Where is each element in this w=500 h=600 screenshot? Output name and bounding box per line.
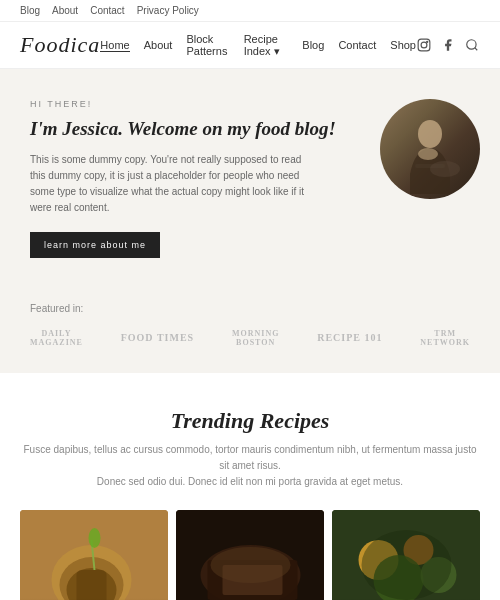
facebook-icon[interactable] — [440, 37, 456, 53]
trending-subtitle: Fusce dapibus, tellus ac cursus commodo,… — [20, 442, 480, 490]
featured-logo-foodtimes: FOOD TIMES — [121, 332, 194, 344]
main-nav: Foodica Home About Block Patterns Recipe… — [0, 22, 500, 69]
topbar-about-link[interactable]: About — [52, 5, 78, 16]
featured-logo-daily: DAILYMAGAZINE — [30, 329, 83, 348]
nav-recipe-index[interactable]: Recipe Index ▾ — [244, 33, 289, 58]
featured-logos: DAILYMAGAZINE FOOD TIMES MORNINGBOSTON R… — [30, 329, 470, 348]
topbar-privacy-link[interactable]: Privacy Policy — [137, 5, 199, 16]
nav-contact[interactable]: Contact — [338, 39, 376, 51]
hero-section: HI THERE! I'm Jessica. Welcome on my foo… — [0, 69, 500, 288]
hero-body: This is some dummy copy. You're not real… — [30, 152, 310, 216]
nav-block-patterns[interactable]: Block Patterns — [186, 33, 229, 57]
search-icon[interactable] — [464, 37, 480, 53]
svg-rect-21 — [223, 565, 283, 595]
nav-icons — [416, 37, 480, 53]
card-bg-3 — [332, 510, 480, 600]
learn-more-button[interactable]: Learn more about me — [30, 232, 160, 258]
svg-rect-13 — [77, 570, 107, 600]
recipe-card-1[interactable]: Cocktails Rosemary & Honey Whiskey Cockt… — [20, 510, 168, 600]
hero-heading: I'm Jessica. Welcome on my food blog! — [30, 117, 360, 142]
nav-links: Home About Block Patterns Recipe Index ▾… — [100, 33, 416, 58]
nav-home[interactable]: Home — [100, 39, 129, 52]
svg-point-15 — [89, 528, 101, 548]
card-bg-2 — [176, 510, 324, 600]
featured-logo-morning: MORNINGBOSTON — [232, 329, 279, 348]
instagram-icon[interactable] — [416, 37, 432, 53]
svg-point-28 — [362, 530, 452, 600]
svg-point-8 — [430, 161, 460, 177]
hero-avatar — [380, 99, 480, 199]
nav-shop[interactable]: Shop — [390, 39, 416, 51]
nav-about[interactable]: About — [144, 39, 173, 51]
site-logo[interactable]: Foodica — [20, 32, 100, 58]
svg-point-2 — [427, 41, 428, 42]
featured-label: Featured in: — [30, 303, 470, 314]
hero-avatar-image — [380, 99, 480, 199]
topbar-blog-link[interactable]: Blog — [20, 5, 40, 16]
svg-rect-0 — [418, 39, 430, 51]
card-bg-1 — [20, 510, 168, 600]
svg-point-3 — [467, 40, 476, 49]
hero-greeting: HI THERE! — [30, 99, 360, 109]
svg-line-4 — [475, 48, 478, 51]
featured-section: Featured in: DAILYMAGAZINE FOOD TIMES MO… — [0, 288, 500, 373]
nav-blog[interactable]: Blog — [302, 39, 324, 51]
recipe-card-3[interactable]: Salads Mediterranean Chickpea Salad Marc… — [332, 510, 480, 600]
trending-title: Trending Recipes — [20, 408, 480, 434]
hero-text: HI THERE! I'm Jessica. Welcome on my foo… — [30, 99, 360, 258]
svg-point-1 — [421, 42, 427, 48]
svg-point-6 — [418, 148, 438, 160]
featured-logo-trm: TRMNETWORK — [420, 329, 470, 348]
svg-point-5 — [418, 120, 442, 148]
topbar-contact-link[interactable]: Contact — [90, 5, 124, 16]
recipe-card-2[interactable]: Appetizers Grilled Chicken Mushroom Toas… — [176, 510, 324, 600]
featured-logo-recipe101: RECIPE 101 — [317, 332, 382, 344]
top-bar: Blog About Contact Privacy Policy — [0, 0, 500, 22]
trending-section: Trending Recipes Fusce dapibus, tellus a… — [0, 373, 500, 600]
recipe-cards-row: Cocktails Rosemary & Honey Whiskey Cockt… — [20, 510, 480, 600]
